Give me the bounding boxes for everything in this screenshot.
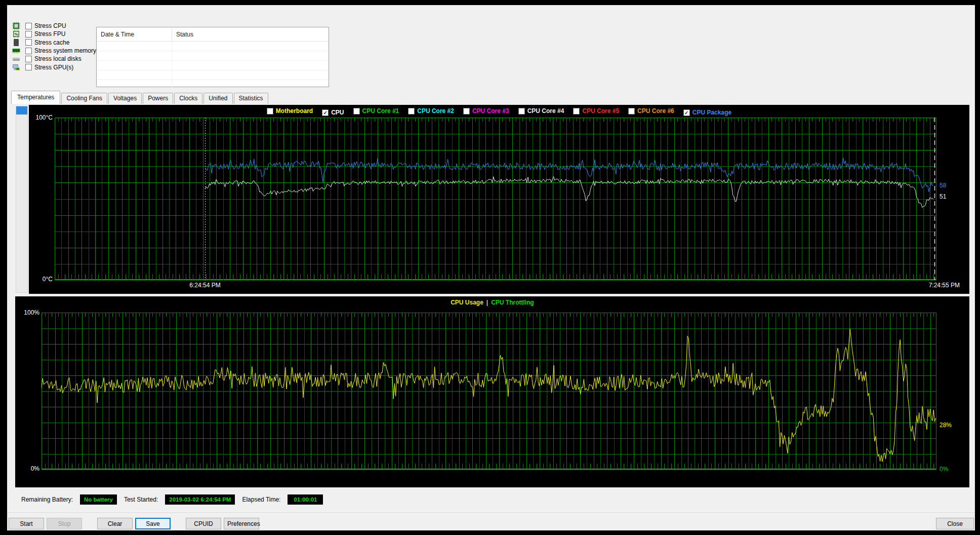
temperature-chart: Motherboard✓CPUCPU Core #1CPU Core #2CPU… <box>29 105 969 294</box>
legend-label: CPU Core #2 <box>417 107 454 114</box>
legend-item-cpu-core-1[interactable]: CPU Core #1 <box>353 107 399 114</box>
legend-label: CPU Core #1 <box>362 107 399 114</box>
usage-legend-cpu-usage: CPU Usage <box>451 299 483 306</box>
stress-option-stress-cpu[interactable]: Stress CPU <box>12 22 96 30</box>
status-value: No battery <box>80 494 117 505</box>
log-table-body <box>97 42 329 90</box>
scrollbar-thumb[interactable] <box>16 106 27 114</box>
stress-option-label: Stress GPU(s) <box>34 64 73 71</box>
legend-item-cpu-core-2[interactable]: CPU Core #2 <box>408 107 454 114</box>
stress-checkbox[interactable] <box>25 39 32 46</box>
legend-item-cpu-core-5[interactable]: CPU Core #5 <box>573 107 619 114</box>
stress-checkbox[interactable] <box>25 31 32 37</box>
status-value: 01:00:01 <box>288 494 323 505</box>
legend-item-cpu-core-3[interactable]: CPU Core #3 <box>463 107 509 114</box>
tab-bar: TemperaturesCooling FansVoltagesPowersCl… <box>11 90 269 104</box>
current-value-cpu: 51 <box>940 193 946 200</box>
svg-text:%: % <box>14 32 18 36</box>
usage-axis-max: 100% <box>15 309 39 316</box>
stress-option-stress-cache[interactable]: Stress cache <box>12 39 96 47</box>
stress-checkbox[interactable] <box>25 56 32 62</box>
stress-option-label: Stress cache <box>34 39 69 46</box>
stress-option-label: Stress CPU <box>34 22 66 29</box>
stability-test-window: Stress CPU%Stress FPUStress cacheStress … <box>7 5 975 530</box>
usage-axis-min: 0% <box>15 465 39 472</box>
temp-time-end: 7:24:55 PM <box>929 282 960 289</box>
disk-icon <box>12 55 20 63</box>
legend-checkbox[interactable] <box>353 108 360 114</box>
tab-temperatures[interactable]: Temperatures <box>11 91 60 104</box>
legend-checkbox[interactable] <box>518 108 525 114</box>
status-label-remaining-battery-: Remaining Battery: <box>21 496 73 503</box>
stress-option-stress-gpu-s-[interactable]: Stress GPU(s) <box>12 63 96 71</box>
legend-checkbox[interactable] <box>628 108 635 114</box>
log-table-row <box>97 42 329 51</box>
legend-label: Motherboard <box>276 107 313 114</box>
legend-checkbox[interactable] <box>463 108 470 114</box>
legend-label: CPU Core #3 <box>472 107 509 114</box>
cpu-usage-chart: CPU Usage|CPU Throttling 100% 0% 28%0% <box>15 296 969 487</box>
usage-legend-cpu-throttling: CPU Throttling <box>491 299 534 306</box>
series-cpu-package <box>205 158 933 192</box>
status-value: 2019-03-02 6:24:54 PM <box>165 494 235 505</box>
save-button[interactable]: Save <box>135 518 171 529</box>
tab-cooling-fans[interactable]: Cooling Fans <box>61 93 107 104</box>
stress-option-label: Stress FPU <box>34 30 65 37</box>
stress-checkbox[interactable] <box>25 23 32 29</box>
footer-buttons: StartStopClearSaveCPUIDPreferences <box>9 518 262 529</box>
stress-option-stress-system-memory[interactable]: Stress system memory <box>12 47 96 55</box>
legend-checkbox[interactable] <box>267 108 273 114</box>
preferences-button[interactable]: Preferences <box>224 518 259 529</box>
current-value-cpu-throttling: 0% <box>940 466 948 473</box>
tab-statistics[interactable]: Statistics <box>234 93 268 104</box>
stress-checkbox[interactable] <box>25 64 32 70</box>
log-table-row <box>97 61 329 70</box>
cpuid-button[interactable]: CPUID <box>186 518 221 529</box>
log-column-status: Status <box>172 31 193 38</box>
stress-option-stress-fpu[interactable]: %Stress FPU <box>12 30 96 38</box>
legend-checkbox[interactable] <box>573 108 580 114</box>
log-column-datetime: Date & Time <box>97 27 172 41</box>
tab-clocks[interactable]: Clocks <box>174 93 202 104</box>
start-button[interactable]: Start <box>9 518 44 529</box>
temp-time-start: 6:24:54 PM <box>170 282 240 289</box>
stress-checkbox[interactable] <box>25 48 32 54</box>
legend-item-cpu-package[interactable]: ✓CPU Package <box>683 109 731 116</box>
legend-checkbox[interactable] <box>408 108 415 114</box>
status-label-elapsed-time-: Elapsed Time: <box>242 496 280 503</box>
temperature-plot <box>55 118 936 280</box>
stop-button: Stop <box>47 518 82 529</box>
close-button[interactable]: Close <box>936 518 974 529</box>
legend-label: CPU Core #5 <box>582 107 619 114</box>
stress-option-label: Stress local disks <box>34 55 81 62</box>
log-table-row <box>97 80 329 90</box>
legend-checkbox[interactable]: ✓ <box>683 109 690 116</box>
tab-unified[interactable]: Unified <box>203 93 232 104</box>
cpu-usage-plot <box>42 313 936 470</box>
gpu-icon <box>12 63 20 71</box>
cpu-usage-legend: CPU Usage|CPU Throttling <box>15 299 969 306</box>
legend-separator: | <box>486 299 488 306</box>
temperature-scale-scrollbar[interactable] <box>16 106 28 293</box>
log-table-row <box>97 51 329 61</box>
temp-axis-min: 0°C <box>29 276 53 283</box>
tab-powers[interactable]: Powers <box>143 93 173 104</box>
current-value-cpu-package: 58 <box>940 182 946 189</box>
event-log-table: Date & Time Status <box>96 27 329 87</box>
log-table-header: Date & Time Status <box>97 27 329 42</box>
stress-option-stress-local-disks[interactable]: Stress local disks <box>12 55 96 63</box>
series-cpu-usage <box>42 329 936 462</box>
legend-item-motherboard[interactable]: Motherboard <box>267 107 313 114</box>
cache-icon <box>12 39 20 47</box>
fpu-icon: % <box>12 30 20 38</box>
legend-checkbox[interactable]: ✓ <box>322 109 329 116</box>
legend-item-cpu[interactable]: ✓CPU <box>322 109 344 116</box>
legend-item-cpu-core-4[interactable]: CPU Core #4 <box>518 107 564 114</box>
tab-voltages[interactable]: Voltages <box>108 93 142 104</box>
legend-label: CPU <box>331 109 344 116</box>
clear-button[interactable]: Clear <box>97 518 133 529</box>
legend-item-cpu-core-6[interactable]: CPU Core #6 <box>628 107 674 114</box>
temp-axis-max: 100°C <box>29 114 53 121</box>
cpu-icon <box>12 22 20 30</box>
current-value-cpu-usage: 28% <box>940 422 952 429</box>
